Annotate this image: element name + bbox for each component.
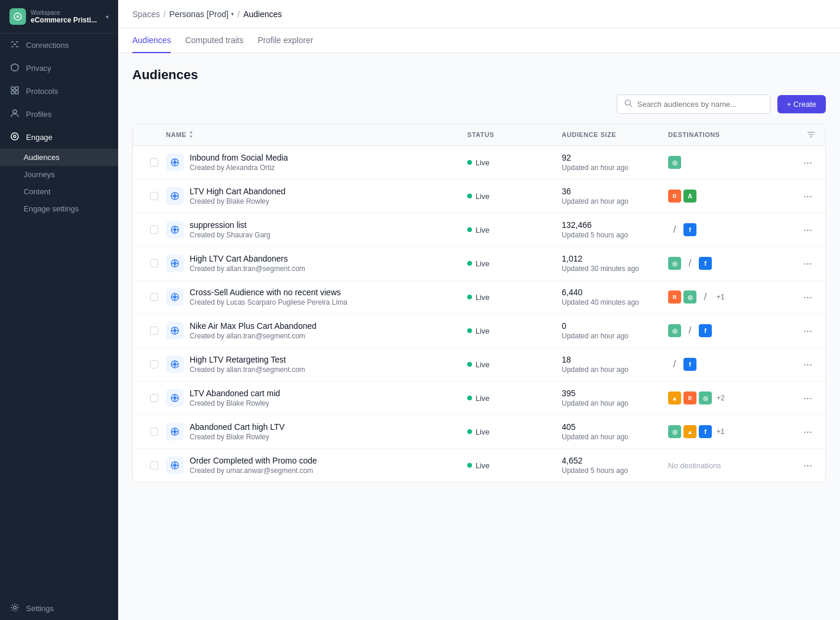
sidebar-sub-content[interactable]: Content — [0, 183, 118, 200]
more-actions-button[interactable]: ··· — [800, 255, 816, 272]
row-checkbox[interactable] — [142, 327, 166, 335]
status-dot — [467, 328, 472, 333]
checkbox-input[interactable] — [150, 158, 158, 167]
svg-rect-3 — [11, 87, 14, 90]
table-row[interactable]: High LTV Retargeting Test Created by all… — [133, 348, 825, 381]
row-checkbox[interactable] — [142, 394, 166, 402]
sidebar-item-profiles[interactable]: Profiles — [0, 103, 118, 126]
svg-rect-5 — [11, 91, 14, 94]
more-actions-button[interactable]: ··· — [800, 390, 816, 407]
audience-icon — [166, 221, 184, 239]
tab-profile-explorer[interactable]: Profile explorer — [258, 28, 313, 53]
table-row[interactable]: Cross-Sell Audience with no recent views… — [133, 280, 825, 314]
table-row[interactable]: Inbound from Social Media Created by Ale… — [133, 146, 825, 180]
tab-audiences[interactable]: Audiences — [132, 28, 171, 53]
size-cell: 395 Updated an hour ago — [562, 389, 668, 407]
row-checkbox[interactable] — [142, 192, 166, 200]
checkbox-input[interactable] — [150, 259, 158, 267]
row-checkbox[interactable] — [142, 428, 166, 436]
breadcrumb-spaces[interactable]: Spaces — [132, 9, 160, 19]
table-row[interactable]: Abandoned Cart high LTV Created by Blake… — [133, 415, 825, 449]
table-row[interactable]: Order Completed with Promo code Created … — [133, 449, 825, 482]
sidebar-item-settings[interactable]: Settings — [0, 597, 118, 620]
more-actions-button[interactable]: ··· — [800, 423, 816, 440]
audience-name: suppression list — [190, 220, 271, 230]
sidebar-item-engage[interactable]: Engage — [0, 126, 118, 149]
row-checkbox[interactable] — [142, 226, 166, 234]
row-checkbox[interactable] — [142, 293, 166, 301]
more-actions-button[interactable]: ··· — [800, 188, 816, 205]
row-checkbox[interactable] — [142, 259, 166, 267]
sidebar-item-protocols[interactable]: Protocols — [0, 80, 118, 103]
more-actions-button[interactable]: ··· — [800, 289, 816, 306]
checkbox-input[interactable] — [150, 226, 158, 234]
audience-icon — [166, 288, 184, 306]
svg-point-2 — [14, 44, 16, 45]
more-actions-button[interactable]: ··· — [800, 221, 816, 239]
workspace-header[interactable]: Workspace eCommerce Pristi... ▾ — [0, 0, 118, 34]
audience-name: High LTV Cart Abandoners — [190, 254, 305, 263]
checkbox-input[interactable] — [150, 394, 158, 402]
audience-name: LTV High Cart Abandoned — [190, 187, 285, 196]
row-checkbox[interactable] — [142, 158, 166, 167]
sidebar-sub-engage-settings[interactable]: Engage settings — [0, 200, 118, 217]
audience-creator: Created by allan.tran@segment.com — [190, 265, 305, 273]
sidebar-item-privacy[interactable]: Privacy — [0, 57, 118, 80]
table-filter-icon[interactable] — [786, 130, 816, 139]
destination-icon: / — [683, 324, 696, 337]
status-cell: Live — [467, 259, 562, 268]
audiences-table: NAME ▲ ▼ STATUS AUDIENCE SIZE DESTINATIO… — [132, 123, 826, 482]
table-row[interactable]: suppression list Created by Shaurav Garg… — [133, 213, 825, 247]
audience-name-cell: High LTV Retargeting Test Created by all… — [166, 355, 467, 374]
row-checkbox[interactable] — [142, 360, 166, 368]
workspace-chevron-icon: ▾ — [106, 14, 109, 20]
audience-name-cell: Cross-Sell Audience with no recent views… — [166, 288, 467, 306]
audience-name: Cross-Sell Audience with no recent views — [190, 288, 347, 297]
audience-name-cell: Order Completed with Promo code Created … — [166, 456, 467, 475]
checkbox-input[interactable] — [150, 192, 158, 200]
more-actions-button[interactable]: ··· — [800, 322, 816, 340]
size-cell: 0 Updated an hour ago — [562, 321, 668, 340]
table-body: Inbound from Social Media Created by Ale… — [133, 146, 825, 482]
row-checkbox[interactable] — [142, 461, 166, 469]
status-dot — [467, 194, 472, 198]
audience-size-updated: Updated 30 minutes ago — [562, 265, 668, 273]
breadcrumb-personas-dropdown[interactable]: Personas [Prod] ▾ — [170, 9, 234, 19]
status-cell: Live — [467, 192, 562, 201]
search-input[interactable] — [637, 100, 763, 109]
checkbox-input[interactable] — [150, 461, 158, 469]
checkbox-input[interactable] — [150, 293, 158, 301]
destinations-cell: ◎▲f+1 — [668, 425, 786, 438]
more-actions-button[interactable]: ··· — [800, 154, 816, 171]
th-name[interactable]: NAME ▲ ▼ — [166, 130, 467, 139]
checkbox-input[interactable] — [150, 428, 158, 436]
main-content: Spaces / Personas [Prod] ▾ / Audiences A… — [118, 0, 840, 620]
sidebar-item-connections[interactable]: Connections — [0, 34, 118, 57]
tab-computed-traits[interactable]: Computed traits — [185, 28, 243, 53]
status-dot — [467, 396, 472, 400]
table-row[interactable]: High LTV Cart Abandoners Created by alla… — [133, 247, 825, 280]
status-label: Live — [476, 158, 490, 167]
search-box — [617, 94, 770, 114]
status-dot — [467, 295, 472, 299]
table-row[interactable]: LTV Abandoned cart mid Created by Blake … — [133, 381, 825, 415]
more-actions-button[interactable]: ··· — [800, 356, 816, 373]
table-row[interactable]: Nike Air Max Plus Cart Abandoned Created… — [133, 314, 825, 348]
destination-icon: / — [668, 223, 681, 236]
sidebar-sub-audiences[interactable]: Audiences — [0, 149, 118, 166]
actions-cell: ··· — [786, 221, 816, 239]
destination-icon: ◎ — [668, 156, 681, 169]
audience-size-number: 4,652 — [562, 456, 668, 465]
more-actions-button[interactable]: ··· — [800, 457, 816, 474]
svg-point-7 — [13, 110, 17, 113]
checkbox-input[interactable] — [150, 327, 158, 335]
dest-count: +1 — [717, 293, 725, 301]
destination-icon: ◎ — [668, 324, 681, 337]
audience-name-cell: LTV Abandoned cart mid Created by Blake … — [166, 389, 467, 407]
create-button[interactable]: + Create — [777, 95, 826, 113]
svg-point-11 — [625, 100, 630, 105]
table-row[interactable]: LTV High Cart Abandoned Created by Blake… — [133, 180, 825, 213]
sidebar-sub-journeys[interactable]: Journeys — [0, 166, 118, 183]
status-label: Live — [476, 394, 490, 403]
checkbox-input[interactable] — [150, 360, 158, 368]
